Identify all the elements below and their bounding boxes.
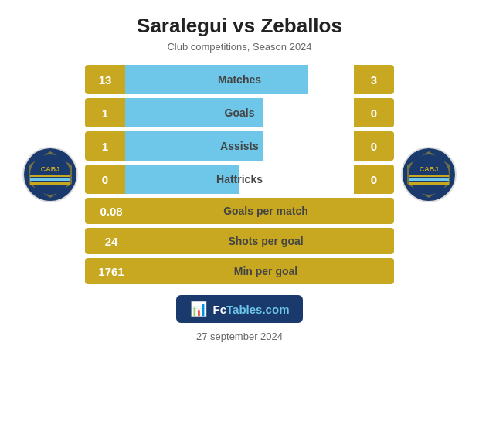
stat-left-matches: 13	[85, 65, 125, 94]
stat-right-assists: 0	[354, 131, 394, 161]
stat-left-assists: 1	[85, 131, 125, 161]
stat-label-area-goals: Goals	[125, 98, 354, 127]
card: Saralegui vs Zeballos Club competitions,…	[0, 0, 479, 448]
stat-label-area-assists: Assists	[125, 131, 354, 161]
stat-label-area-matches: Matches	[125, 65, 354, 94]
stat-row-assists: 1 Assists 0	[85, 131, 394, 161]
stat-row-hattricks: 0 Hattricks 0	[85, 165, 394, 194]
stats-container: 13 Matches 3 1 Goals 0 1 Assists	[85, 65, 394, 284]
stat-single-label-area-min-per-goal: Min per goal	[138, 258, 394, 284]
svg-rect-11	[409, 175, 449, 177]
stat-label-matches: Matches	[125, 73, 354, 86]
stat-left-hattricks: 0	[85, 165, 125, 194]
stat-label-goals: Goals	[125, 107, 354, 119]
stat-single-label-min-per-goal: Min per goal	[234, 265, 297, 277]
left-team-logo: CABJ	[15, 144, 85, 205]
svg-text:CABJ: CABJ	[420, 165, 439, 173]
page-title: Saralegui vs Zeballos	[137, 14, 342, 38]
stat-single-label-area-goals-per-match: Goals per match	[138, 198, 394, 224]
svg-rect-13	[409, 182, 449, 185]
date-text: 27 september 2024	[196, 331, 283, 342]
svg-rect-5	[30, 178, 70, 181]
page-subtitle: Club competitions, Season 2024	[167, 41, 311, 53]
stat-label-area-hattricks: Hattricks	[125, 165, 354, 194]
stat-right-goals: 0	[354, 98, 394, 127]
svg-text:CABJ: CABJ	[41, 165, 60, 173]
stat-row-goals: 1 Goals 0	[85, 98, 394, 127]
stat-single-label-goals-per-match: Goals per match	[223, 205, 308, 217]
stat-row-shots-per-goal: 24 Shots per goal	[85, 228, 394, 254]
stat-row-min-per-goal: 1761 Min per goal	[85, 258, 394, 284]
stat-single-val-goals-per-match: 0.08	[85, 198, 138, 224]
stat-row-matches: 13 Matches 3	[85, 65, 394, 94]
right-team-logo: CABJ	[394, 144, 464, 205]
svg-rect-6	[30, 182, 70, 185]
svg-rect-12	[409, 178, 449, 181]
stat-single-label-shots-per-goal: Shots per goal	[228, 235, 303, 247]
watermark-area: 📊 FcTables.com	[176, 295, 304, 323]
stat-label-hattricks: Hattricks	[125, 173, 354, 185]
watermark-text: FcTables.com	[213, 303, 290, 316]
watermark-box: 📊 FcTables.com	[176, 295, 304, 323]
watermark-icon: 📊	[190, 300, 207, 317]
stat-right-matches: 3	[354, 65, 394, 94]
stat-label-assists: Assists	[125, 140, 354, 152]
comparison-area: CABJ 13 Matches 3 1 Goals 0	[15, 65, 464, 284]
stat-single-label-area-shots-per-goal: Shots per goal	[138, 228, 394, 254]
stat-row-goals-per-match: 0.08 Goals per match	[85, 198, 394, 224]
svg-rect-4	[30, 175, 70, 177]
stat-single-val-min-per-goal: 1761	[85, 258, 138, 284]
stat-single-val-shots-per-goal: 24	[85, 228, 138, 254]
stat-right-hattricks: 0	[354, 165, 394, 194]
stat-left-goals: 1	[85, 98, 125, 127]
